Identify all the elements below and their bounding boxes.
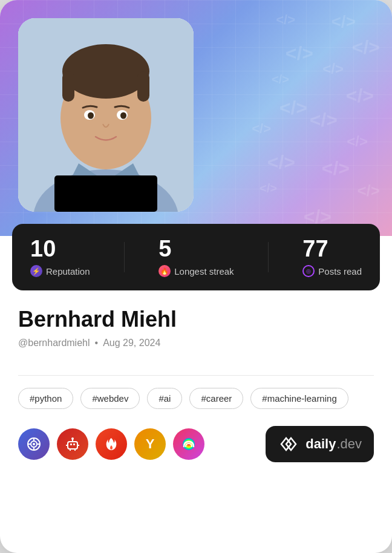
stat-divider-1 (124, 242, 125, 272)
brand-text: daily.dev (305, 436, 362, 452)
streak-value: 5 (158, 237, 234, 260)
profile-name: Bernhard Miehl (18, 307, 374, 332)
streak-label: 🔥 Longest streak (158, 265, 234, 277)
tags-section: #python #webdev #ai #career #machine-lea… (0, 388, 392, 409)
badges-row: Y (0, 409, 392, 480)
posts-label-text: Posts read (318, 266, 362, 276)
svg-rect-6 (137, 71, 149, 102)
badges-list: Y (18, 428, 204, 460)
svg-point-14 (33, 443, 35, 445)
badge-robot (57, 428, 88, 460)
tag-career[interactable]: #career (189, 388, 243, 409)
profile-divider (18, 375, 374, 376)
profile-joined-date: Aug 29, 2024 (103, 338, 160, 348)
badge-target (18, 428, 50, 460)
svg-point-10 (120, 113, 126, 119)
posts-value: 77 (302, 237, 362, 260)
stat-streak: 5 🔥 Longest streak (158, 237, 234, 277)
stat-divider-2 (268, 242, 269, 272)
reputation-icon: ⚡ (30, 265, 42, 277)
reputation-label: ⚡ Reputation (30, 265, 90, 277)
profile-meta: @bernhardmiehl • Aug 29, 2024 (18, 338, 374, 348)
brand-logo: daily.dev (266, 426, 374, 462)
streak-icon: 🔥 (158, 265, 171, 277)
brand-dev: .dev (336, 436, 362, 452)
brand-daily: daily (305, 436, 336, 452)
avatar-image (18, 18, 194, 212)
tag-machine-learning[interactable]: #machine-learning (250, 388, 348, 409)
stat-posts: 77 ◎ Posts read (302, 237, 362, 277)
posts-label: ◎ Posts read (302, 265, 362, 277)
reputation-value: 10 (30, 237, 90, 260)
svg-rect-5 (62, 71, 74, 102)
tag-python[interactable]: #python (18, 388, 73, 409)
profile-username: @bernhardmiehl (18, 338, 90, 348)
posts-icon: ◎ (302, 265, 315, 277)
svg-rect-11 (54, 175, 157, 212)
svg-rect-20 (70, 443, 72, 445)
reputation-label-text: Reputation (46, 266, 90, 276)
svg-point-4 (62, 44, 149, 99)
stat-reputation: 10 ⚡ Reputation (30, 237, 90, 277)
svg-rect-21 (73, 443, 75, 445)
profile-section: Bernhard Miehl @bernhardmiehl • Aug 29, … (0, 290, 392, 363)
stats-bar: 10 ⚡ Reputation 5 🔥 Longest streak 77 ◎ … (12, 224, 380, 290)
badge-rainbow (173, 428, 204, 460)
profile-card: </> </> </> </> </> </> </> </> </> </> … (0, 0, 392, 553)
badge-y: Y (134, 428, 166, 460)
svg-point-9 (88, 113, 94, 119)
avatar (18, 18, 194, 212)
meta-separator: • (95, 338, 99, 348)
badge-flame (96, 428, 127, 460)
tag-ai[interactable]: #ai (147, 388, 182, 409)
dailydev-logo-icon (278, 433, 299, 455)
svg-point-23 (71, 437, 74, 440)
streak-label-text: Longest streak (174, 266, 234, 276)
svg-rect-19 (68, 442, 77, 449)
tag-webdev[interactable]: #webdev (80, 388, 140, 409)
hero-section: </> </> </> </> </> </> </> </> </> </> … (0, 0, 392, 236)
